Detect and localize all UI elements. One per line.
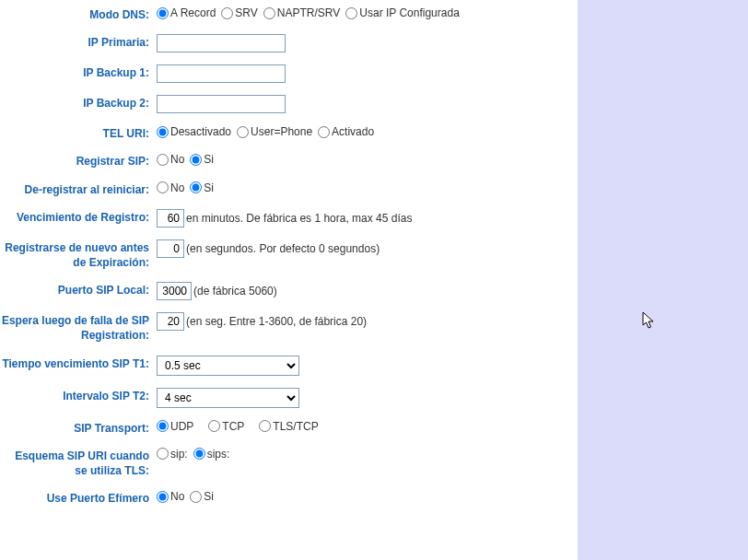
- row-ip-backup1: IP Backup 1:: [0, 64, 568, 83]
- label-ip-primaria: IP Primaria:: [0, 33, 157, 50]
- row-puerto-sip: Puerto SIP Local: (de fábrica 5060): [0, 281, 568, 300]
- radio-deregistrar-si[interactable]: [190, 181, 202, 193]
- select-intervalo-t2[interactable]: 4 sec: [157, 388, 299, 408]
- select-tiempo-t1[interactable]: 0.5 sec: [157, 356, 299, 376]
- radio-modo-dns-naptrsrv[interactable]: [263, 7, 275, 19]
- input-espera-falla[interactable]: [157, 312, 184, 331]
- input-ip-primaria[interactable]: [157, 34, 286, 52]
- radio-label: SRV: [235, 6, 257, 19]
- row-esquema-sip: Esquema SIP URI cuando se utiliza TLS: s…: [0, 447, 568, 478]
- label-puerto-sip: Puerto SIP Local:: [0, 281, 157, 298]
- radio-registrar-sip-si[interactable]: [190, 154, 202, 166]
- row-registrarse-nuevo: Registrarse de nuevo antes de Expiración…: [0, 239, 568, 270]
- row-sip-transport: SIP Transport: UDP TCP TLS/TCP: [0, 419, 568, 436]
- radio-label: Si: [204, 181, 214, 194]
- label-registrarse-nuevo: Registrarse de nuevo antes de Expiración…: [0, 239, 157, 270]
- row-deregistrar: De-registrar al reiniciar: No Si: [0, 181, 568, 197]
- label-tiempo-t1: Tiempo vencimiento SIP T1:: [0, 355, 157, 371]
- radio-label: No: [170, 490, 184, 503]
- label-modo-dns: Modo DNS:: [0, 6, 157, 22]
- radio-tel-uri-desactivado[interactable]: [157, 126, 169, 138]
- label-esquema-sip: Esquema SIP URI cuando se utiliza TLS:: [0, 447, 157, 478]
- label-espera-falla: Espera luego de falla de SIP Registratio…: [0, 311, 157, 343]
- radio-label: TCP: [222, 420, 244, 433]
- row-ip-backup2: IP Backup 2:: [0, 94, 568, 113]
- radio-label: No: [170, 181, 184, 194]
- input-vencimiento[interactable]: [157, 209, 184, 228]
- radio-puerto-efimero-si[interactable]: [190, 491, 202, 503]
- label-ip-backup1: IP Backup 1:: [0, 64, 157, 80]
- hint-registrarse-nuevo: (en segundos. Por defecto 0 segundos): [186, 242, 380, 255]
- radio-label: sips:: [207, 448, 230, 461]
- row-intervalo-t2: Intervalo SIP T2: 4 sec: [0, 387, 568, 408]
- radio-deregistrar-no[interactable]: [157, 181, 169, 193]
- radio-sip-transport-tcp[interactable]: [208, 420, 220, 432]
- radio-modo-dns-usarip[interactable]: [345, 7, 357, 19]
- radio-puerto-efimero-no[interactable]: [157, 491, 169, 503]
- label-deregistrar: De-registrar al reiniciar:: [0, 181, 157, 197]
- hint-vencimiento: en minutos. De fábrica es 1 hora, max 45…: [186, 212, 412, 225]
- row-tiempo-t1: Tiempo vencimiento SIP T1: 0.5 sec: [0, 355, 568, 376]
- row-vencimiento: Vencimiento de Registro: en minutos. De …: [0, 208, 568, 228]
- radio-label: No: [170, 153, 184, 166]
- label-tel-uri: TEL URI:: [0, 124, 157, 141]
- label-vencimiento: Vencimiento de Registro:: [0, 208, 157, 225]
- row-ip-primaria: IP Primaria:: [0, 33, 568, 52]
- radio-label: sip:: [170, 448, 188, 461]
- radio-label: Usar IP Configurada: [359, 6, 460, 19]
- radio-tel-uri-userphone[interactable]: [237, 126, 249, 138]
- label-sip-transport: SIP Transport:: [0, 419, 157, 436]
- label-puerto-efimero: Use Puerto Efímero: [0, 489, 157, 506]
- radio-sip-transport-tlstcp[interactable]: [259, 420, 271, 432]
- settings-form: Modo DNS: A Record SRV NAPTR/SRV Usar IP…: [0, 0, 578, 560]
- radio-esquema-sip-sips[interactable]: [193, 448, 205, 460]
- hint-espera-falla: (en seg. Entre 1-3600, de fábrica 20): [186, 315, 367, 328]
- hint-puerto-sip: (de fábrica 5060): [193, 285, 277, 298]
- input-registrarse-nuevo[interactable]: [157, 239, 184, 258]
- row-espera-falla: Espera luego de falla de SIP Registratio…: [0, 311, 568, 343]
- radio-sip-transport-udp[interactable]: [157, 420, 169, 432]
- radio-registrar-sip-no[interactable]: [157, 154, 169, 166]
- row-modo-dns: Modo DNS: A Record SRV NAPTR/SRV Usar IP…: [0, 6, 568, 22]
- radio-modo-dns-arecord[interactable]: [157, 7, 169, 19]
- right-sidebar: [578, 0, 748, 560]
- radio-tel-uri-activado[interactable]: [318, 126, 330, 138]
- row-puerto-efimero: Use Puerto Efímero No Si: [0, 489, 568, 506]
- radio-label: Activado: [332, 125, 374, 138]
- radio-label: Si: [204, 490, 214, 503]
- input-ip-backup2[interactable]: [157, 95, 286, 113]
- label-intervalo-t2: Intervalo SIP T2:: [0, 387, 157, 403]
- radio-label: Si: [204, 153, 214, 166]
- radio-label: TLS/TCP: [273, 420, 318, 433]
- radio-modo-dns-srv[interactable]: [221, 7, 233, 19]
- radio-label: NAPTR/SRV: [277, 6, 340, 19]
- label-ip-backup2: IP Backup 2:: [0, 94, 157, 111]
- row-tel-uri: TEL URI: Desactivado User=Phone Activado: [0, 124, 568, 141]
- radio-label: A Record: [170, 6, 216, 19]
- radio-label: User=Phone: [251, 125, 312, 138]
- radio-label: UDP: [170, 420, 193, 433]
- label-registrar-sip: Registrar SIP:: [0, 152, 157, 169]
- value-modo-dns: A Record SRV NAPTR/SRV Usar IP Configura…: [157, 6, 568, 19]
- radio-label: Desactivado: [170, 125, 231, 138]
- input-puerto-sip[interactable]: [157, 282, 192, 300]
- input-ip-backup1[interactable]: [157, 64, 286, 83]
- radio-esquema-sip-sip[interactable]: [157, 448, 169, 460]
- row-registrar-sip: Registrar SIP: No Si: [0, 152, 568, 169]
